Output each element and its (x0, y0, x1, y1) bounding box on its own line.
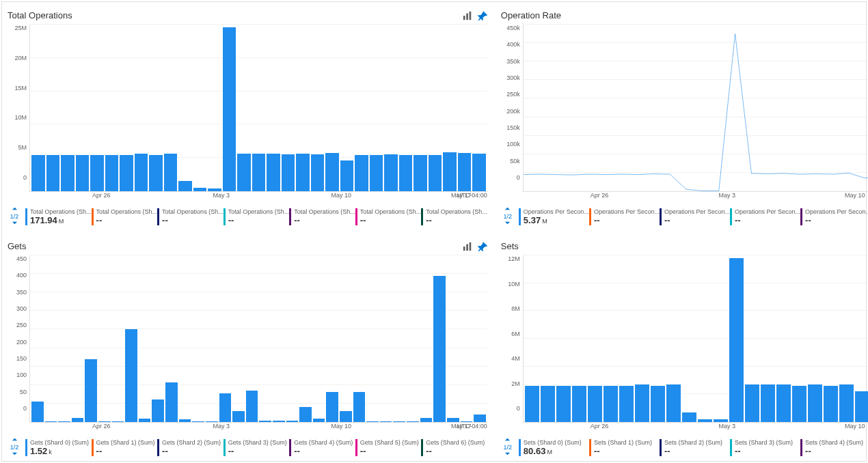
bar[interactable] (353, 392, 366, 422)
legend-item[interactable]: Total Operations (Sh...-- (223, 208, 290, 225)
bar[interactable] (729, 258, 744, 422)
bar[interactable] (206, 421, 218, 422)
chevron-down-icon[interactable] (12, 451, 18, 458)
bar[interactable] (61, 155, 74, 191)
bar[interactable] (98, 421, 111, 422)
bar[interactable] (472, 154, 486, 191)
bar[interactable] (461, 421, 473, 422)
bar[interactable] (824, 386, 838, 422)
bar[interactable] (776, 384, 791, 422)
chevron-up-icon[interactable] (12, 436, 18, 444)
bar[interactable] (792, 386, 806, 422)
bar[interactable] (31, 402, 44, 422)
bar[interactable] (380, 421, 392, 422)
legend-item[interactable]: Total Operations (Sh...-- (355, 208, 422, 225)
bar[interactable] (340, 411, 352, 422)
bar[interactable] (855, 391, 869, 422)
bar[interactable] (286, 421, 299, 422)
bar[interactable] (525, 386, 539, 422)
bar[interactable] (325, 153, 339, 191)
bar[interactable] (588, 386, 602, 422)
bar[interactable] (698, 419, 712, 422)
bar[interactable] (223, 27, 236, 191)
legend-item[interactable]: Gets (Shard 4) (Sum)-- (289, 439, 355, 456)
bar[interactable] (313, 419, 325, 422)
legend-item[interactable]: Sets (Shard 4) (Sum)-- (800, 439, 868, 456)
legend-item[interactable]: Gets (Shard 5) (Sum)-- (355, 439, 422, 456)
bar[interactable] (682, 412, 696, 422)
chevron-down-icon[interactable] (504, 451, 511, 458)
bar[interactable] (666, 384, 681, 422)
bar[interactable] (267, 154, 280, 191)
chart-area[interactable]: 450400350300250200150100500 (8, 255, 487, 423)
bar[interactable] (326, 392, 338, 422)
legend-item[interactable]: Gets (Shard 0) (Sum)1.52k (25, 439, 92, 456)
bar[interactable] (572, 386, 586, 422)
pin-icon[interactable] (478, 242, 487, 251)
bar[interactable] (399, 155, 413, 191)
bar[interactable] (273, 421, 285, 422)
bar[interactable] (619, 386, 634, 422)
bar[interactable] (125, 329, 137, 422)
legend-item[interactable]: Operations Per Secon...-- (589, 208, 660, 225)
bar[interactable] (135, 154, 148, 191)
bar[interactable] (193, 188, 207, 191)
bar[interactable] (246, 391, 258, 422)
chevron-up-icon[interactable] (504, 206, 511, 213)
bar[interactable] (192, 421, 204, 422)
legend-item[interactable]: Sets (Shard 0) (Sum)80.63M (519, 439, 589, 456)
bar[interactable] (420, 418, 433, 423)
bar[interactable] (745, 384, 759, 422)
bar[interactable] (429, 155, 442, 191)
bar[interactable] (808, 384, 822, 422)
legend-item[interactable]: Gets (Shard 2) (Sum)-- (157, 439, 223, 456)
bar[interactable] (259, 421, 271, 422)
legend-item[interactable]: Gets (Shard 1) (Sum)-- (92, 439, 158, 456)
bar[interactable] (407, 421, 419, 422)
chart-area[interactable]: 12M10M8M6M4M2M0 (501, 255, 868, 423)
legend-item[interactable]: Sets (Shard 1) (Sum)-- (589, 439, 660, 456)
bar[interactable] (433, 276, 446, 422)
bar[interactable] (31, 155, 45, 191)
bar[interactable] (219, 393, 232, 422)
bar[interactable] (366, 421, 379, 422)
bar[interactable] (384, 154, 398, 191)
bar[interactable] (603, 386, 618, 422)
bar[interactable] (299, 407, 312, 422)
chevron-down-icon[interactable] (504, 220, 511, 227)
bar[interactable] (340, 160, 354, 191)
bar[interactable] (76, 155, 90, 191)
legend-item[interactable]: Gets (Shard 6) (Sum)-- (421, 439, 487, 456)
chevron-up-icon[interactable] (504, 436, 511, 444)
chevron-up-icon[interactable] (12, 206, 18, 213)
chart-area[interactable]: 25M20M15M10M5M0 (8, 25, 487, 192)
bar[interactable] (237, 154, 251, 191)
legend-item[interactable]: Sets (Shard 2) (Sum)-- (660, 439, 730, 456)
bar[interactable] (714, 419, 728, 422)
bar[interactable] (208, 188, 221, 191)
bar[interactable] (393, 421, 405, 422)
bar[interactable] (85, 359, 97, 422)
bar[interactable] (443, 152, 457, 191)
bar[interactable] (282, 154, 295, 191)
bar[interactable] (46, 155, 60, 191)
bar[interactable] (635, 384, 649, 422)
bar[interactable] (556, 386, 571, 422)
bar[interactable] (165, 382, 178, 422)
bar[interactable] (149, 155, 163, 191)
bar[interactable] (839, 384, 854, 422)
legend-item[interactable]: Operations Per Secon...-- (660, 208, 730, 225)
bar[interactable] (252, 154, 266, 191)
bar[interactable] (58, 421, 70, 422)
bar[interactable] (112, 421, 124, 422)
legend-item[interactable]: Total Operations (Sh...-- (289, 208, 355, 225)
bar[interactable] (179, 419, 191, 422)
bar[interactable] (296, 154, 310, 191)
legend-item[interactable]: Total Operations (Sh...-- (421, 208, 487, 225)
bar[interactable] (651, 386, 665, 422)
bar[interactable] (761, 384, 775, 422)
bar[interactable] (120, 155, 133, 191)
bar[interactable] (105, 155, 119, 191)
bar[interactable] (413, 155, 427, 191)
bar[interactable] (458, 153, 472, 191)
